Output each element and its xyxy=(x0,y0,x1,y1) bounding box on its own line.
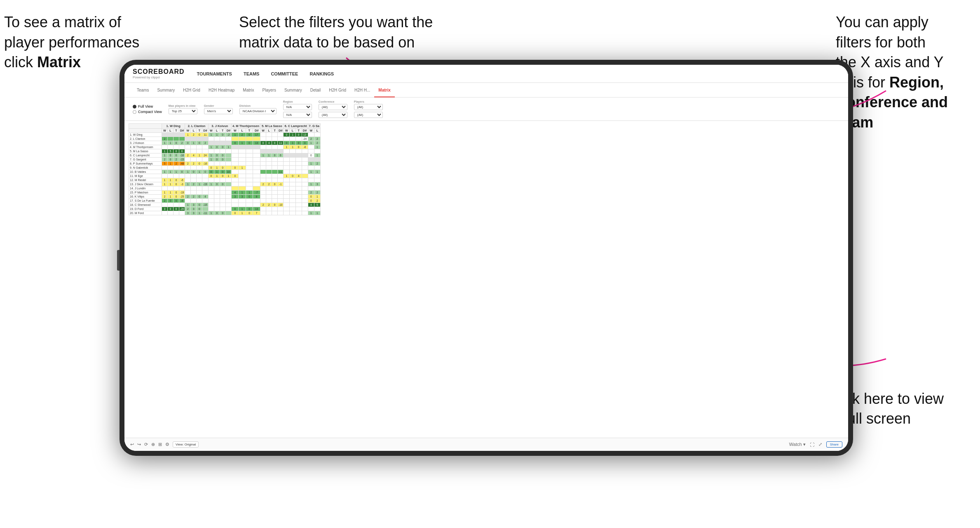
matrix-cell: 1 xyxy=(162,153,168,158)
matrix-cell xyxy=(295,186,302,191)
region-select-x[interactable]: N/A xyxy=(283,104,312,110)
matrix-cell: 1 xyxy=(208,182,214,186)
matrix-cell xyxy=(214,149,220,153)
tab-h2h-grid1[interactable]: H2H Grid xyxy=(179,83,204,97)
matrix-cell: 3 xyxy=(191,203,197,207)
matrix-cell xyxy=(253,186,260,191)
tab-summary1[interactable]: Summary xyxy=(153,83,179,97)
nav-item-tournaments[interactable]: TOURNAMENTS xyxy=(197,71,232,77)
grid-icon[interactable]: ⊞ xyxy=(158,442,162,447)
matrix-cell xyxy=(225,137,231,141)
nav-item-rankings[interactable]: RANKINGS xyxy=(309,71,334,77)
matrix-cell: 13 xyxy=(302,133,308,137)
matrix-cell: 0 xyxy=(173,178,179,182)
matrix-cell: 3 xyxy=(314,182,320,186)
nav-item-teams[interactable]: TEAMS xyxy=(244,71,260,77)
players-select-x[interactable]: (All) xyxy=(354,104,383,110)
matrix-cell xyxy=(232,186,239,191)
matrix-cell xyxy=(191,158,197,162)
matrix-table-area: 1. W Ding 2. L Clanton 3. J Koivun xyxy=(124,121,848,218)
row-player-name: 6. C Lamprecht xyxy=(129,153,162,158)
tab-h2h-grid2[interactable]: H2H Grid xyxy=(325,83,350,97)
matrix-cell xyxy=(266,137,272,141)
matrix-cell: 1 xyxy=(239,191,246,195)
row-player-name: 18. C Sherwood xyxy=(129,203,162,207)
matrix-cell xyxy=(239,178,246,182)
tab-matrix1[interactable]: Matrix xyxy=(239,83,258,97)
nav-item-committee[interactable]: COMMITTEE xyxy=(271,71,298,77)
matrix-cell xyxy=(220,203,225,207)
matrix-cell: 0 xyxy=(295,145,302,149)
region-select-y[interactable]: N/A xyxy=(283,112,312,118)
matrix-cell: 4 xyxy=(191,153,197,158)
matrix-cell xyxy=(266,158,272,162)
redo-icon[interactable]: ↪ xyxy=(137,442,141,447)
matrix-cell xyxy=(246,137,253,141)
row-player-name: 8. P Summerhays xyxy=(129,162,162,166)
th-w7: W xyxy=(308,129,314,133)
row-player-name: 4. M Thorbjornsen xyxy=(129,145,162,149)
division-select[interactable]: NCAA Division I xyxy=(239,108,277,114)
radio-compact-view[interactable]: Compact View xyxy=(133,110,162,114)
matrix-cell xyxy=(253,178,260,182)
matrix-cell: 1 xyxy=(314,153,320,158)
refresh-icon[interactable]: ⟳ xyxy=(144,442,148,447)
screen-content: SCOREBOARD Powered by clippd TOURNAMENTS… xyxy=(124,65,848,451)
region-label: Region xyxy=(283,100,312,103)
matrix-cell xyxy=(162,145,168,149)
gender-select[interactable]: Men's xyxy=(204,108,233,114)
matrix-cell xyxy=(225,153,231,158)
matrix-cell: -15 xyxy=(179,158,185,162)
matrix-cell: 2 xyxy=(308,191,314,195)
share-button[interactable]: Share xyxy=(826,441,842,448)
matrix-cell: 0 xyxy=(220,174,225,178)
settings-icon[interactable]: ⚙ xyxy=(165,442,169,447)
matrix-cell: 8 xyxy=(253,195,260,199)
undo-icon[interactable]: ↩ xyxy=(130,442,134,447)
view-original-button[interactable]: View: Original xyxy=(173,441,199,448)
matrix-cell xyxy=(260,145,266,149)
tab-detail[interactable]: Detail xyxy=(306,83,325,97)
tab-matrix2[interactable]: Matrix xyxy=(374,83,394,97)
tab-summary2[interactable]: Summary xyxy=(280,83,306,97)
radio-full-view[interactable]: Full View xyxy=(133,104,162,108)
matrix-cell xyxy=(185,191,191,195)
matrix-cell xyxy=(253,203,260,207)
division-label: Division xyxy=(239,104,277,107)
matrix-cell xyxy=(308,178,314,182)
conference-select-y[interactable]: (All) xyxy=(319,112,347,118)
matrix-cell xyxy=(266,191,272,195)
tab-h2h-h[interactable]: H2H H... xyxy=(350,83,374,97)
matrix-cell: 0 xyxy=(220,133,225,137)
th-player-name xyxy=(129,124,162,129)
matrix-cell: 0 xyxy=(246,211,253,215)
expand-icon[interactable]: ⤢ xyxy=(818,442,822,447)
tab-h2h-heatmap[interactable]: H2H Heatmap xyxy=(204,83,239,97)
matrix-cell xyxy=(290,137,296,141)
matrix-cell xyxy=(290,186,296,191)
tab-teams[interactable]: Teams xyxy=(133,83,153,97)
row-player-name: 14. J Lundin xyxy=(129,186,162,191)
matrix-scroll-area[interactable]: 1. W Ding 2. L Clanton 3. J Koivun xyxy=(124,121,848,438)
matrix-cell: -10 xyxy=(278,203,284,207)
matrix-cell: 0 xyxy=(208,166,214,170)
view-radio-group: Full View Compact View xyxy=(133,104,162,114)
tablet-screen: SCOREBOARD Powered by clippd TOURNAMENTS… xyxy=(124,65,848,451)
conference-select-x[interactable]: (All) xyxy=(319,104,347,110)
zoom-icon[interactable]: ⊕ xyxy=(151,442,155,447)
matrix-cell: 1 xyxy=(260,153,266,158)
matrix-cell: 0 xyxy=(260,141,266,145)
tab-players[interactable]: Players xyxy=(258,83,280,97)
max-players-select[interactable]: Top 25 xyxy=(169,108,197,114)
fullscreen-icon[interactable]: ⛶ xyxy=(810,442,814,447)
matrix-cell xyxy=(260,174,266,178)
matrix-cell: 1 xyxy=(314,195,320,199)
matrix-cell: 0 xyxy=(168,158,173,162)
matrix-cell: 1 xyxy=(168,195,173,199)
watch-button[interactable]: Watch ▾ xyxy=(789,442,806,447)
players-select-y[interactable]: (All) xyxy=(354,112,383,118)
matrix-cell xyxy=(260,133,266,137)
matrix-cell: 6 xyxy=(278,153,284,158)
radio-full-view-dot xyxy=(133,105,136,108)
matrix-cell: 2 xyxy=(185,162,191,166)
